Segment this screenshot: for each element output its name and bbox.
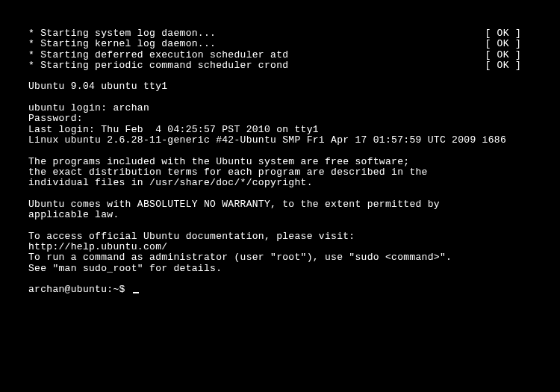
cursor-icon: [133, 292, 139, 293]
last-login-line: Last login: Thu Feb 4 04:25:57 PST 2010 …: [28, 125, 560, 135]
login-prompt-label: ubuntu login:: [28, 102, 113, 113]
boot-service-text: * Starting periodic command scheduler cr…: [28, 60, 288, 71]
boot-service-line: * Starting deferred execution scheduler …: [28, 50, 521, 60]
password-prompt: Password:: [28, 113, 560, 124]
warranty-line: applicable law.: [28, 210, 560, 220]
motd-line: the exact distribution terms for each pr…: [28, 167, 560, 178]
shell-prompt-line[interactable]: archan@ubuntu:~$: [28, 284, 560, 295]
blank-line: [28, 93, 560, 103]
blank-line: [28, 274, 560, 284]
terminal-output: * Starting system log daemon... [ OK ] *…: [28, 28, 560, 295]
docs-line: To access official Ubuntu documentation,…: [28, 231, 560, 242]
sudo-hint-line: See "man sudo_root" for details.: [28, 264, 560, 274]
blank-line: [28, 220, 560, 231]
kernel-version-line: Linux ubuntu 2.6.28-11-generic #42-Ubunt…: [28, 135, 560, 146]
login-line: ubuntu login: archan: [28, 103, 560, 113]
boot-service-line: * Starting periodic command scheduler cr…: [28, 60, 521, 71]
boot-service-status: [ OK ]: [485, 39, 521, 49]
boot-service-status: [ OK ]: [485, 60, 521, 71]
shell-prompt: archan@ubuntu:~$: [28, 284, 131, 295]
motd-line: The programs included with the Ubuntu sy…: [28, 157, 560, 167]
blank-line: [28, 188, 560, 199]
sudo-hint-line: To run a command as administrator (user …: [28, 252, 560, 263]
docs-url-line: http://help.ubuntu.com/: [28, 242, 560, 252]
boot-service-line: * Starting kernel log daemon... [ OK ]: [28, 39, 521, 49]
boot-service-status: [ OK ]: [485, 50, 521, 60]
boot-service-status: [ OK ]: [485, 28, 521, 39]
login-username: archan: [113, 102, 149, 113]
boot-service-text: * Starting system log daemon...: [28, 28, 216, 39]
motd-line: individual files in /usr/share/doc/*/cop…: [28, 178, 560, 188]
boot-service-text: * Starting kernel log daemon...: [28, 39, 216, 49]
boot-service-line: * Starting system log daemon... [ OK ]: [28, 28, 521, 39]
distro-banner: Ubuntu 9.04 ubuntu tty1: [28, 81, 560, 92]
warranty-line: Ubuntu comes with ABSOLUTELY NO WARRANTY…: [28, 199, 560, 210]
blank-line: [28, 71, 560, 81]
boot-service-text: * Starting deferred execution scheduler …: [28, 50, 288, 60]
blank-line: [28, 146, 560, 156]
